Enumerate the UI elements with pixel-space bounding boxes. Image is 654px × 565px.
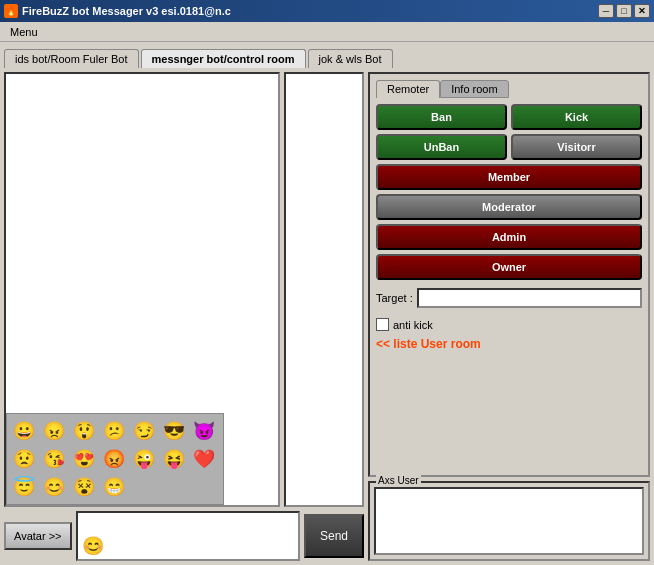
tab-messager[interactable]: messnger bot/control room [141,49,306,68]
emoji-11[interactable]: 😡 [101,446,127,472]
tab-remoter[interactable]: Remoter [376,80,440,98]
emoji-9[interactable]: 😘 [41,446,67,472]
axs-user-panel: Axs User [368,481,650,561]
bottom-emoji: 😊 [82,535,104,557]
window-title: FireBuzZ bot Messager v3 esi.0181@n.c [22,5,231,17]
emoji-14[interactable]: ❤️ [191,446,217,472]
unban-visitor-row: UnBan Visitorr [376,134,642,160]
emoji-panel: 😀 😠 😲 😕 😏 😎 😈 😟 😘 😍 😡 😜 😝 ❤️ [6,413,224,505]
menu-bar: Menu [0,22,654,42]
remote-panel: Remoter Info room Ban Kick UnBan Visitor… [368,72,650,477]
main-content: 😀 😠 😲 😕 😏 😎 😈 😟 😘 😍 😡 😜 😝 ❤️ [0,68,654,565]
message-input[interactable] [76,511,300,561]
target-row: Target : [376,288,642,308]
title-bar-controls: ─ □ ✕ [598,4,650,18]
visitor-button[interactable]: Visitorr [511,134,642,160]
emoji-8[interactable]: 😟 [11,446,37,472]
tab-jok[interactable]: jok & wls Bot [308,49,393,68]
anti-kick-checkbox[interactable] [376,318,389,331]
emoji-7[interactable]: 😈 [191,418,217,444]
axs-user-label: Axs User [376,475,421,486]
member-button[interactable]: Member [376,164,642,190]
target-input[interactable] [417,288,642,308]
users-panel [284,72,364,507]
emoji-2[interactable]: 😠 [41,418,67,444]
target-label: Target : [376,292,413,304]
close-button[interactable]: ✕ [634,4,650,18]
send-button[interactable]: Send [304,514,364,558]
remote-tabs: Remoter Info room [376,80,642,98]
emoji-12[interactable]: 😜 [131,446,157,472]
bottom-row: Avatar >> 😊 Send [4,511,364,561]
chat-area[interactable]: 😀 😠 😲 😕 😏 😎 😈 😟 😘 😍 😡 😜 😝 ❤️ [4,72,280,507]
ban-button[interactable]: Ban [376,104,507,130]
admin-button[interactable]: Admin [376,224,642,250]
avatar-button[interactable]: Avatar >> [4,522,72,550]
minimize-button[interactable]: ─ [598,4,614,18]
emoji-18[interactable]: 😁 [101,474,127,500]
liste-user-link[interactable]: << liste User room [376,337,481,351]
content-area: 😀 😠 😲 😕 😏 😎 😈 😟 😘 😍 😡 😜 😝 ❤️ [4,72,650,561]
kick-button[interactable]: Kick [511,104,642,130]
emoji-10[interactable]: 😍 [71,446,97,472]
emoji-1[interactable]: 😀 [11,418,37,444]
maximize-button[interactable]: □ [616,4,632,18]
menu-item[interactable]: Menu [4,24,44,40]
app-icon: 🔥 [4,4,18,18]
remote-buttons: Ban Kick UnBan Visitorr Member Moderator… [376,104,642,351]
emoji-16[interactable]: 😊 [41,474,67,500]
emoji-5[interactable]: 😏 [131,418,157,444]
tab-info-room[interactable]: Info room [440,80,508,98]
unban-button[interactable]: UnBan [376,134,507,160]
moderator-button[interactable]: Moderator [376,194,642,220]
left-panel: 😀 😠 😲 😕 😏 😎 😈 😟 😘 😍 😡 😜 😝 ❤️ [4,72,364,561]
axs-user-content [374,487,644,555]
anti-kick-label: anti kick [393,319,433,331]
emoji-15[interactable]: 😇 [11,474,37,500]
tab-bar: ids bot/Room Fuler Bot messnger bot/cont… [0,42,654,68]
emoji-6[interactable]: 😎 [161,418,187,444]
emoji-4[interactable]: 😕 [101,418,127,444]
anti-kick-row: anti kick [376,318,642,331]
emoji-17[interactable]: 😵 [71,474,97,500]
title-bar-left: 🔥 FireBuzZ bot Messager v3 esi.0181@n.c [4,4,231,18]
liste-user-row: << liste User room [376,337,642,351]
title-bar: 🔥 FireBuzZ bot Messager v3 esi.0181@n.c … [0,0,654,22]
owner-button[interactable]: Owner [376,254,642,280]
ban-kick-row: Ban Kick [376,104,642,130]
emoji-13[interactable]: 😝 [161,446,187,472]
tab-ids-bot[interactable]: ids bot/Room Fuler Bot [4,49,139,68]
emoji-3[interactable]: 😲 [71,418,97,444]
right-panel: Remoter Info room Ban Kick UnBan Visitor… [368,72,650,561]
